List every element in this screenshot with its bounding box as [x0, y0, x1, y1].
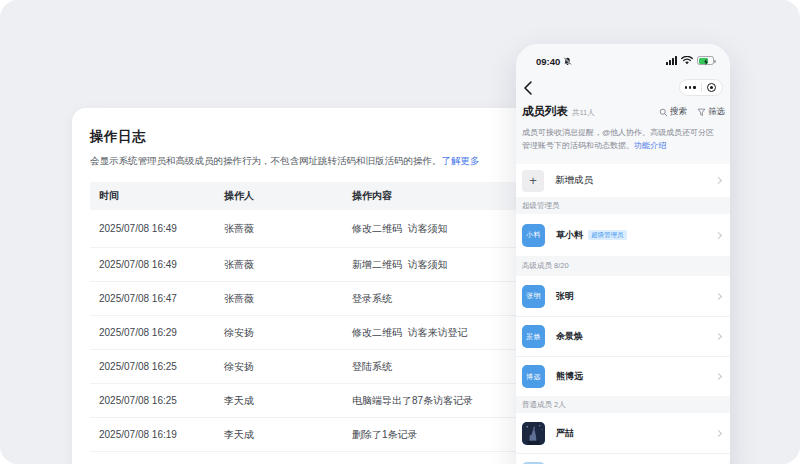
capsule-target-icon[interactable]	[702, 80, 723, 95]
filter-button[interactable]: 筛选	[697, 106, 725, 118]
log-time-cell: 2025/07/08 16:49	[99, 259, 224, 270]
log-time-cell: 2025/07/08 16:49	[99, 223, 224, 234]
log-table-header: 时间 操作人 操作内容	[90, 182, 528, 210]
log-table-body: 2025/07/08 16:49张蔷薇修改二维码 访客须知2025/07/08 …	[90, 210, 528, 452]
log-action-cell: 新增二维码 访客须知	[352, 258, 528, 272]
more-dots-icon[interactable]	[680, 80, 701, 95]
page-background: 操作日志 会显示系统管理员和高级成员的操作行为，不包含网址跳转活码和旧版活码的操…	[0, 0, 800, 464]
log-time-cell: 2025/07/08 16:25	[99, 361, 224, 372]
learn-more-link[interactable]: 了解更多	[442, 155, 480, 166]
log-action-cell: 修改二维码 访客来访登记	[352, 326, 528, 340]
member-list-description: 成员可接收消息提醒，@他人协作。高级成员还可分区管理账号下的活码和动态数据。功能…	[522, 127, 722, 153]
signal-icon	[666, 56, 677, 65]
log-action-cell: 电脑端导出了87条访客记录	[352, 394, 528, 408]
log-operator-cell: 徐安扬	[224, 360, 352, 374]
member-count: 共11人	[572, 108, 595, 118]
log-action-cell: 登陆系统	[352, 360, 528, 374]
table-row: 2025/07/08 16:49张蔷薇修改二维码 访客须知	[90, 210, 528, 248]
section-label: 普通成员 2人	[516, 396, 730, 413]
chevron-right-icon	[715, 177, 722, 184]
section-label: 高级成员 8/20	[516, 256, 730, 276]
member-name: 熊博远	[556, 370, 583, 383]
phone-header: 09:40 成员列表 共11人	[516, 44, 730, 164]
avatar: 博远	[522, 365, 545, 388]
table-row: 2025/07/08 16:49张蔷薇新增二维码 访客须知	[90, 248, 528, 282]
avatar: 景焕	[522, 325, 545, 348]
filter-icon	[697, 108, 706, 117]
member-row[interactable]: 景焕余景焕	[516, 316, 730, 356]
member-name: 严喆	[556, 427, 574, 440]
log-operator-cell: 张蔷薇	[224, 292, 352, 306]
table-row: 2025/07/08 16:47张蔷薇登录系统	[90, 282, 528, 316]
phone-preview: 09:40 成员列表 共11人	[516, 44, 730, 464]
wifi-icon	[681, 56, 693, 65]
log-table: 时间 操作人 操作内容 2025/07/08 16:49张蔷薇修改二维码 访客须…	[90, 182, 528, 452]
column-header-operator: 操作人	[224, 189, 352, 203]
member-list-titlebar: 成员列表 共11人 搜索 筛选	[516, 102, 730, 122]
log-operator-cell: 张蔷薇	[224, 222, 352, 236]
log-time-cell: 2025/07/08 16:29	[99, 327, 224, 338]
miniprogram-capsule	[679, 79, 723, 96]
back-icon[interactable]	[522, 80, 536, 96]
avatar: 张明	[522, 285, 545, 308]
member-row[interactable]	[516, 453, 730, 464]
chevron-right-icon	[715, 429, 722, 436]
log-time-cell: 2025/07/08 16:25	[99, 395, 224, 406]
add-member-button[interactable]: + 新增成员	[516, 164, 730, 197]
table-row: 2025/07/08 16:25李天成电脑端导出了87条访客记录	[90, 384, 528, 418]
log-description: 会显示系统管理员和高级成员的操作行为，不包含网址跳转活码和旧版活码的操作。了解更…	[90, 154, 500, 168]
plus-icon: +	[522, 170, 544, 192]
member-row[interactable]: 严喆	[516, 413, 730, 453]
column-header-action: 操作内容	[352, 189, 528, 203]
member-row[interactable]: 博远熊博远	[516, 356, 730, 396]
log-operator-cell: 徐安扬	[224, 326, 352, 340]
mute-bell-icon	[563, 57, 572, 66]
battery-icon	[697, 56, 714, 65]
log-action-cell: 删除了1条记录	[352, 428, 528, 442]
search-icon	[659, 108, 668, 117]
status-bar: 09:40	[516, 54, 730, 70]
status-time: 09:40	[536, 56, 560, 67]
log-operator-cell: 张蔷薇	[224, 258, 352, 272]
member-list-title: 成员列表	[522, 104, 568, 119]
member-row[interactable]: 张明张明	[516, 276, 730, 316]
member-name: 草小料	[556, 229, 583, 242]
log-operator-cell: 李天成	[224, 394, 352, 408]
member-groups: 超级管理员小料草小料超级管理员高级成员 8/20张明张明景焕余景焕博远熊博远普通…	[516, 197, 730, 464]
log-action-cell: 登录系统	[352, 292, 528, 306]
nav-bar	[516, 77, 730, 99]
chevron-right-icon	[715, 231, 722, 238]
member-name: 余景焕	[556, 330, 583, 343]
chevron-right-icon	[715, 333, 722, 340]
member-row[interactable]: 小料草小料超级管理员	[516, 214, 730, 256]
avatar: 小料	[522, 224, 545, 247]
search-button[interactable]: 搜索	[659, 106, 687, 118]
operation-log-panel: 操作日志 会显示系统管理员和高级成员的操作行为，不包含网址跳转活码和旧版活码的操…	[72, 108, 534, 464]
chevron-right-icon	[715, 292, 722, 299]
table-row: 2025/07/08 16:29徐安扬修改二维码 访客来访登记	[90, 316, 528, 350]
role-badge: 超级管理员	[588, 230, 627, 241]
member-name: 张明	[556, 290, 574, 303]
log-time-cell: 2025/07/08 16:47	[99, 293, 224, 304]
page-title: 操作日志	[90, 128, 146, 146]
log-time-cell: 2025/07/08 16:19	[99, 429, 224, 440]
feature-intro-link[interactable]: 功能介绍	[634, 141, 666, 150]
table-row: 2025/07/08 16:25徐安扬登陆系统	[90, 350, 528, 384]
section-label: 超级管理员	[516, 197, 730, 214]
log-operator-cell: 李天成	[224, 428, 352, 442]
table-row: 2025/07/08 16:19李天成删除了1条记录	[90, 418, 528, 452]
column-header-time: 时间	[99, 189, 224, 203]
log-action-cell: 修改二维码 访客须知	[352, 222, 528, 236]
chevron-right-icon	[715, 373, 722, 380]
photo-avatar	[522, 422, 545, 445]
